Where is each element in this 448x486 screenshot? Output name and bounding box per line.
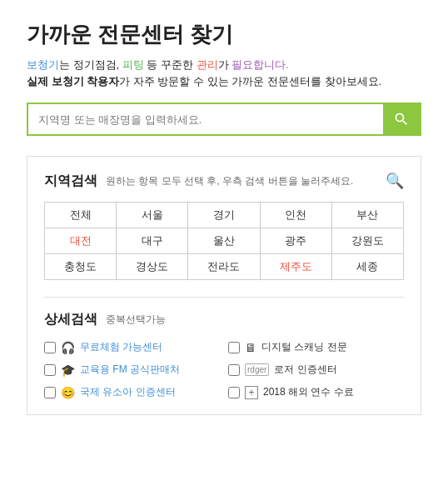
detail-search-section: 상세검색 중복선택가능 🎧 무료체험 가능센터 🖥 디지털 스캐닝 전문 🎓 교… — [44, 311, 404, 399]
region-search-title: 지역검색 — [44, 173, 97, 190]
region-충청도[interactable]: 충청도 — [45, 254, 117, 280]
region-제주도[interactable]: 제주도 — [260, 254, 331, 280]
region-경기[interactable]: 경기 — [188, 203, 260, 228]
region-row-3: 충청도 경상도 전라도 제주도 세종 — [45, 254, 404, 280]
region-table: 전체 서울 경기 인천 부산 대전 대구 울산 광주 강원도 충청도 경상도 전… — [44, 202, 404, 280]
checkbox-training[interactable] — [228, 387, 240, 398]
detail-search-header: 상세검색 중복선택가능 — [44, 311, 404, 328]
subtitle-line1: 보청기는 정기점검, 피팅 등 꾸준한 관리가 필요합니다. — [27, 58, 421, 73]
region-전라도[interactable]: 전라도 — [188, 254, 260, 280]
graduate-icon: 🎓 — [61, 363, 75, 377]
label-digital-scan: 디지털 스캐닝 전문 — [261, 340, 347, 354]
region-search-header: 지역검색 원하는 항목 모두 선택 후, 우측 검색 버튼을 눌러주세요. 🔍 — [44, 172, 404, 190]
search-button[interactable] — [383, 104, 420, 134]
plus-box-icon: + — [245, 386, 258, 399]
option-fm: 🎓 교육용 FM 공식판매처 — [44, 363, 220, 377]
subtitle-line2: 실제 보청기 착용자가 자주 방문할 수 있는 가까운 전문센터를 찾아보세요. — [27, 74, 421, 89]
region-전체[interactable]: 전체 — [45, 203, 117, 228]
search-bar — [27, 103, 421, 136]
checkbox-grid: 🎧 무료체험 가능센터 🖥 디지털 스캐닝 전문 🎓 교육용 FM 공식판매처 … — [44, 340, 404, 399]
region-경상도[interactable]: 경상도 — [117, 254, 188, 280]
search-input[interactable] — [28, 104, 383, 134]
section-box: 지역검색 원하는 항목 모두 선택 후, 우측 검색 버튼을 눌러주세요. 🔍 … — [27, 156, 421, 415]
label-free-trial: 무료체험 가능센터 — [80, 340, 162, 354]
option-digital-scan: 🖥 디지털 스캐닝 전문 — [228, 340, 404, 354]
checkbox-free-trial[interactable] — [44, 342, 56, 353]
label-training: 2018 해외 연수 수료 — [263, 385, 354, 399]
headphone-icon: 🎧 — [61, 341, 75, 354]
option-roger: rdger 로저 인증센터 — [228, 363, 404, 377]
detail-search-title: 상세검색 — [44, 311, 97, 328]
checkbox-child[interactable] — [44, 387, 56, 398]
checkbox-digital-scan[interactable] — [228, 342, 240, 353]
region-search-desc: 원하는 항목 모두 선택 후, 우측 검색 버튼을 눌러주세요. — [106, 174, 386, 188]
region-search-icon[interactable]: 🔍 — [386, 172, 404, 190]
checkbox-roger[interactable] — [228, 364, 240, 376]
monitor-icon: 🖥 — [245, 341, 256, 354]
option-free-trial: 🎧 무료체험 가능센터 — [44, 340, 220, 354]
region-세종[interactable]: 세종 — [331, 254, 403, 280]
page-title: 가까운 전문센터 찾기 — [27, 20, 421, 49]
divider — [44, 297, 404, 298]
region-울산[interactable]: 울산 — [188, 228, 260, 254]
option-training: + 2018 해외 연수 수료 — [228, 385, 404, 399]
label-fm: 교육용 FM 공식판매처 — [80, 363, 180, 377]
checkbox-fm[interactable] — [44, 364, 56, 376]
smile-icon: 😊 — [61, 386, 75, 399]
region-대구[interactable]: 대구 — [117, 228, 188, 254]
region-row-1: 전체 서울 경기 인천 부산 — [45, 203, 404, 228]
region-서울[interactable]: 서울 — [117, 203, 188, 228]
region-부산[interactable]: 부산 — [331, 203, 403, 228]
region-row-2: 대전 대구 울산 광주 강원도 — [45, 228, 404, 254]
detail-search-desc: 중복선택가능 — [106, 313, 166, 327]
option-child: 😊 국제 유소아 인증센터 — [44, 385, 220, 399]
region-대전[interactable]: 대전 — [45, 228, 117, 254]
region-인천[interactable]: 인천 — [260, 203, 331, 228]
label-child: 국제 유소아 인증센터 — [80, 385, 176, 399]
roger-icon: rdger — [245, 363, 269, 376]
label-roger: 로저 인증센터 — [274, 363, 336, 377]
region-강원도[interactable]: 강원도 — [331, 228, 403, 254]
region-광주[interactable]: 광주 — [260, 228, 331, 254]
